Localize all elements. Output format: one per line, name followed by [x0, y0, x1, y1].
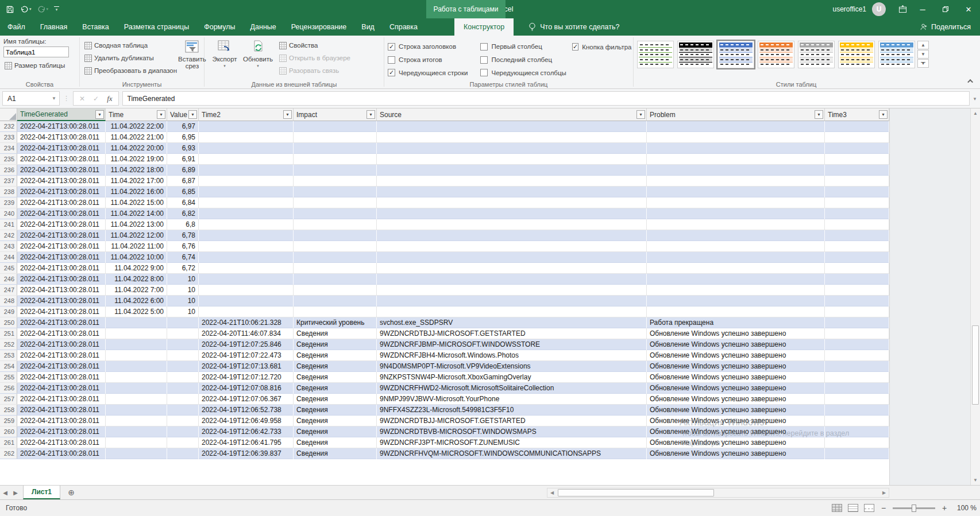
cell[interactable]: 2022-04-21T13:00:28.011 — [17, 132, 106, 143]
cell[interactable] — [647, 187, 825, 197]
cell[interactable]: 11.04.2022 14:00 — [106, 208, 167, 219]
contextual-tab-group[interactable]: Работа с таблицами — [426, 0, 506, 18]
cell[interactable] — [647, 285, 825, 296]
zoom-slider-thumb[interactable] — [912, 505, 916, 512]
cell[interactable] — [294, 285, 377, 296]
cell[interactable]: 6,8 — [167, 219, 199, 230]
cell[interactable]: 2022-04-20T11:46:07.834 — [199, 328, 294, 339]
cell[interactable] — [825, 317, 889, 328]
cell[interactable]: 6,95 — [167, 132, 199, 143]
cell[interactable] — [199, 187, 294, 197]
row-number[interactable]: 235 — [0, 154, 17, 164]
cell[interactable] — [825, 361, 889, 372]
cell[interactable] — [106, 426, 167, 437]
row-number[interactable]: 239 — [0, 197, 17, 208]
scroll-up-arrow[interactable]: ▲ — [971, 108, 980, 118]
cell[interactable] — [647, 176, 825, 187]
cell[interactable]: 11.04.2022 5:00 — [106, 307, 167, 317]
cell[interactable]: 2022-04-21T13:00:28.011 — [17, 307, 106, 317]
cell[interactable] — [294, 219, 377, 230]
break-link-button[interactable]: Разорвать связь — [278, 64, 352, 77]
cell[interactable] — [167, 350, 199, 361]
tell-me-box[interactable]: Что вы хотите сделать? — [528, 18, 619, 36]
cell[interactable]: 2022-04-21T13:00:28.011 — [17, 274, 106, 285]
row-number[interactable]: 256 — [0, 383, 17, 393]
cell[interactable] — [647, 154, 825, 165]
cell[interactable] — [167, 383, 199, 394]
cell[interactable] — [825, 405, 889, 416]
tab-file[interactable]: Файл — [0, 18, 33, 36]
cell[interactable] — [825, 154, 889, 165]
cell[interactable] — [106, 350, 167, 361]
style-option-checkbox-1[interactable]: Строка итогов — [388, 53, 480, 67]
cell[interactable] — [825, 143, 889, 154]
cell[interactable] — [647, 219, 825, 230]
cell[interactable] — [825, 296, 889, 307]
cell[interactable]: Обновление Windows успешно завершено — [647, 372, 825, 383]
cancel-icon[interactable]: ✕ — [79, 95, 85, 103]
cell[interactable]: 9WZDNCRFHWD2-Microsoft.MicrosoftSolitair… — [377, 383, 647, 394]
cell[interactable]: 2022-04-21T13:00:28.011 — [17, 219, 106, 230]
remove-duplicates-button[interactable]: Удалить дубликаты — [83, 52, 178, 64]
cell[interactable] — [167, 328, 199, 339]
cell[interactable] — [167, 426, 199, 437]
column-header-Time2[interactable]: Time2▾ — [199, 108, 294, 121]
row-number[interactable]: 241 — [0, 219, 17, 230]
zoom-slider[interactable] — [893, 507, 935, 509]
style-option-checkbox-0[interactable]: ✓Строка заголовков — [388, 40, 480, 53]
filter-button-Impact[interactable]: ▾ — [366, 110, 375, 119]
cell[interactable] — [825, 448, 889, 459]
menu-tab-7[interactable]: Справка — [382, 18, 425, 36]
cell[interactable]: 2022-04-21T13:00:28.011 — [17, 405, 106, 416]
row-number[interactable]: 238 — [0, 187, 17, 197]
cell[interactable] — [377, 176, 647, 187]
cell[interactable] — [294, 121, 377, 132]
cell[interactable]: Обновление Windows успешно завершено — [647, 405, 825, 416]
cell[interactable] — [106, 317, 167, 328]
cell[interactable]: 11.04.2022 18:00 — [106, 165, 167, 176]
customize-qat-button[interactable]: ▾ — [54, 6, 59, 12]
cell[interactable] — [199, 296, 294, 307]
cell[interactable] — [106, 372, 167, 383]
cell[interactable]: 2022-04-21T13:00:28.011 — [17, 416, 106, 426]
cell[interactable] — [199, 132, 294, 143]
row-number[interactable]: 234 — [0, 143, 17, 153]
cell[interactable] — [647, 165, 825, 176]
cell[interactable] — [825, 383, 889, 394]
pivot-table-button[interactable]: Сводная таблица — [83, 39, 178, 52]
column-header-Problem[interactable]: Problem▾ — [647, 108, 825, 121]
insert-slicer-button[interactable]: Вставить срез — [178, 38, 206, 79]
cell[interactable] — [377, 132, 647, 143]
cell[interactable]: 11.04.2022 19:00 — [106, 154, 167, 165]
cell[interactable]: 2022-04-21T13:00:28.011 — [17, 372, 106, 383]
cell[interactable]: Сведения — [294, 437, 377, 448]
ribbon-display-options-button[interactable] — [894, 0, 911, 18]
cell[interactable]: 9N4D0MSMP0PT-Microsoft.VP9VideoExtension… — [377, 361, 647, 372]
cell[interactable] — [294, 230, 377, 241]
cell[interactable]: 10 — [167, 307, 199, 317]
menu-tab-5[interactable]: Рецензирование — [284, 18, 354, 36]
menu-tab-2[interactable]: Разметка страницы — [117, 18, 196, 36]
redo-button[interactable]: ▾ — [37, 5, 49, 14]
table-style-swatch-4[interactable] — [758, 41, 794, 68]
cell[interactable]: 2022-04-19T12:07:06.367 — [199, 394, 294, 405]
cell[interactable]: 6,76 — [167, 241, 199, 252]
column-header-TimeGenerated[interactable]: TimeGenerated▾ — [17, 108, 106, 121]
cell[interactable]: 11.04.2022 7:00 — [106, 285, 167, 296]
cell[interactable] — [294, 165, 377, 176]
cell[interactable]: 9WZDNCRDTBJJ-MICROSOFT.GETSTARTED — [377, 416, 647, 426]
vertical-scrollbar[interactable]: ▲ ▼ — [970, 108, 980, 485]
cell[interactable]: 6,85 — [167, 187, 199, 197]
row-number[interactable]: 237 — [0, 176, 17, 186]
cell[interactable] — [294, 176, 377, 187]
cell[interactable] — [377, 230, 647, 241]
row-number[interactable]: 262 — [0, 448, 17, 459]
cell[interactable] — [199, 230, 294, 241]
cell[interactable]: 11.04.2022 22:00 — [106, 121, 167, 132]
cell[interactable]: 2022-04-21T13:00:28.011 — [17, 121, 106, 132]
cell[interactable] — [294, 143, 377, 154]
cell[interactable] — [199, 143, 294, 154]
resize-table-button[interactable]: Размер таблицы — [3, 59, 76, 72]
cell[interactable]: 2022-04-19T12:06:49.958 — [199, 416, 294, 426]
cell[interactable]: 6,72 — [167, 263, 199, 274]
